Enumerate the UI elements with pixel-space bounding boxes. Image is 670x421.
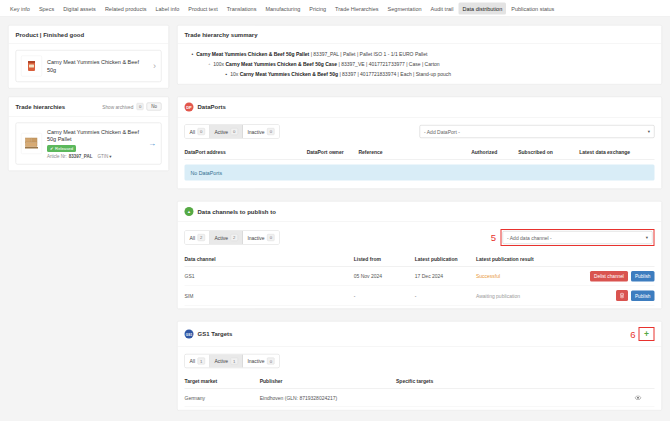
trade-hierarchy-card[interactable]: Carny Meat Yummies Chicken & Beef 50g Pa… bbox=[16, 123, 162, 165]
filter-all-button[interactable]: All 1 bbox=[185, 355, 210, 368]
tab-audit-trail[interactable]: Audit trail bbox=[427, 2, 458, 14]
pallet-image bbox=[21, 133, 42, 154]
filter-label: All bbox=[190, 129, 196, 135]
filter-active-button[interactable]: Active 1 bbox=[210, 355, 243, 368]
dataports-table-header: DataPort address DataPort owner Referenc… bbox=[185, 145, 655, 160]
tab-specs[interactable]: Specs bbox=[35, 2, 58, 14]
trade-hierarchy-summary-panel: Trade hierarchy summary • Carny Meat Yum… bbox=[177, 25, 662, 85]
summary-item-name: Carny Meat Yummies Chicken & Beef 50g bbox=[240, 71, 338, 77]
gs1-targets-panel: GS1 GS1 Targets 6 + All 1 bbox=[177, 321, 662, 411]
tab-manufacturing[interactable]: Manufacturing bbox=[261, 2, 304, 14]
col-header: DataPort owner bbox=[307, 149, 359, 155]
publish-icon: ▲ bbox=[185, 207, 194, 216]
summary-item-meta: | 83397_PAL | Pallet | Pallet ISO 1 - 1/… bbox=[309, 51, 427, 57]
product-panel-header: Product | Finished good bbox=[9, 26, 169, 45]
filter-inactive-button[interactable]: Inactive 0 bbox=[243, 125, 279, 138]
tab-segmentation[interactable]: Segmentation bbox=[384, 2, 426, 14]
col-header: Authorized bbox=[471, 149, 518, 155]
filter-all-button[interactable]: All 2 bbox=[185, 231, 210, 244]
add-data-channel-dropdown[interactable]: - Add data channel - ▾ bbox=[503, 231, 653, 244]
delete-channel-button[interactable] bbox=[616, 290, 628, 301]
tab-digital-assets[interactable]: Digital assets bbox=[59, 2, 100, 14]
delist-channel-button[interactable]: Delist channel bbox=[590, 271, 628, 282]
gs1-targets-title: GS1 Targets bbox=[198, 331, 233, 338]
data-channels-table: Data channel Listed from Latest publicat… bbox=[178, 252, 662, 309]
col-header: Specific targets bbox=[396, 379, 608, 385]
add-target-area: 6 + bbox=[630, 327, 654, 341]
listed-from: 05 Nov 2024 bbox=[354, 274, 415, 280]
filter-active-button[interactable]: Active 0 bbox=[210, 125, 243, 138]
table-row-gs1: GS1 05 Nov 2024 17 Dec 2024 Successful D… bbox=[185, 267, 655, 286]
filter-inactive-button[interactable]: Inactive 0 bbox=[243, 231, 279, 244]
trade-hierarchies-panel: Trade hierarchies Show archived 0 No Car… bbox=[8, 97, 169, 171]
eye-icon bbox=[634, 396, 641, 401]
filter-count-badge: 0 bbox=[198, 128, 205, 135]
caret-down-icon: ▾ bbox=[109, 154, 111, 159]
tab-publication-status[interactable]: Publication status bbox=[507, 2, 558, 14]
dataports-panel: DP DataPorts All 0 Active 0 bbox=[177, 97, 662, 190]
filter-label: All bbox=[190, 358, 196, 364]
summary-item-name: Carny Meat Yummies Chicken & Beef 50g Pa… bbox=[196, 51, 309, 57]
tab-product-text[interactable]: Product text bbox=[184, 2, 221, 14]
trade-card-info: Carny Meat Yummies Chicken & Beef 50g Pa… bbox=[47, 128, 143, 159]
summary-item-meta: | 83397_VE | 4017721733977 | Case | Cart… bbox=[337, 61, 440, 67]
tab-label-info[interactable]: Label info bbox=[151, 2, 183, 14]
chevron-right-icon[interactable]: › bbox=[153, 62, 156, 71]
filter-all-button[interactable]: All 0 bbox=[185, 125, 210, 138]
filter-count-badge: 1 bbox=[231, 358, 238, 365]
data-channels-panel: ▲ Data channels to publish to All 2 Acti… bbox=[177, 201, 662, 309]
summary-item-qty: 100x bbox=[213, 61, 225, 67]
gtin-dropdown[interactable]: GTIN ▾ bbox=[97, 154, 111, 159]
summary-item-meta: | 83397 | 4017721833974 | Each | Stand-u… bbox=[338, 71, 451, 77]
filter-count-badge: 2 bbox=[198, 234, 205, 241]
content-area: Product | Finished good Carny Meat Yummi… bbox=[0, 17, 670, 419]
col-header: Data channel bbox=[185, 257, 354, 263]
col-header: DataPort address bbox=[185, 149, 307, 155]
summary-title: Trade hierarchy summary bbox=[185, 31, 258, 38]
filter-inactive-button[interactable]: Inactive 0 bbox=[243, 355, 279, 368]
publish-button[interactable]: Publish bbox=[631, 271, 655, 282]
publisher: Eindhoven (GLN: 8719328024217) bbox=[260, 395, 396, 401]
channels-filter-group: All 2 Active 2 Inactive 0 bbox=[185, 231, 280, 245]
filter-label: Active bbox=[214, 129, 228, 135]
add-data-channel-label: - Add data channel - bbox=[507, 235, 552, 241]
status-badge: ✔ Released bbox=[47, 145, 76, 152]
add-dataport-dropdown[interactable]: - Add DataPort - ▾ bbox=[420, 125, 655, 138]
bullet-icon: ▪ bbox=[226, 71, 228, 78]
tab-related-products[interactable]: Related products bbox=[101, 2, 151, 14]
trade-hierarchies-body: Carny Meat Yummies Chicken & Beef 50g Pa… bbox=[9, 117, 169, 171]
product-name: Carny Meat Yummies Chicken & Beef 50g bbox=[47, 59, 148, 74]
col-header: Subscribed on bbox=[518, 149, 579, 155]
summary-item-text: 10x Carny Meat Yummies Chicken & Beef 50… bbox=[230, 71, 451, 78]
open-hierarchy-arrow-icon[interactable]: → bbox=[148, 139, 156, 148]
tab-translations[interactable]: Translations bbox=[223, 2, 261, 14]
col-header: Latest publication bbox=[415, 257, 476, 263]
publish-button[interactable]: Publish bbox=[631, 290, 655, 301]
gtin-label: GTIN bbox=[97, 154, 108, 159]
trade-hierarchies-header: Trade hierarchies Show archived 0 No bbox=[9, 97, 169, 117]
show-archived-toggle[interactable]: No bbox=[147, 103, 162, 111]
tab-trade-hierarchies[interactable]: Trade Hierarchies bbox=[331, 2, 383, 14]
filter-count-badge: 0 bbox=[231, 128, 238, 135]
add-gs1-target-button[interactable]: + bbox=[641, 329, 653, 339]
dataports-title: DataPorts bbox=[198, 104, 226, 111]
summary-item-each: ▪ 10x Carny Meat Yummies Chicken & Beef … bbox=[226, 71, 654, 78]
filter-label: Active bbox=[214, 235, 228, 241]
product-panel-body: Carny Meat Yummies Chicken & Beef 50g › bbox=[9, 44, 169, 88]
add-channel-area: 5 - Add data channel - ▾ bbox=[491, 229, 655, 246]
add-dataport-label: - Add DataPort - bbox=[424, 129, 460, 135]
bullet-icon: • bbox=[192, 51, 194, 58]
product-card[interactable]: Carny Meat Yummies Chicken & Beef 50g › bbox=[16, 50, 162, 82]
product-panel-title: Product | Finished good bbox=[16, 31, 85, 38]
view-target-button[interactable] bbox=[607, 396, 654, 401]
tab-key-info[interactable]: Key info bbox=[6, 2, 34, 14]
filter-active-button[interactable]: Active 2 bbox=[210, 231, 243, 244]
summary-item-text: 100x Carny Meat Yummies Chicken & Beef 5… bbox=[213, 61, 439, 68]
col-header: Listed from bbox=[354, 257, 415, 263]
tab-data-distribution[interactable]: Data distribution bbox=[458, 2, 506, 14]
annotation-number-6: 6 bbox=[630, 329, 635, 339]
dataports-header: DP DataPorts bbox=[178, 97, 662, 118]
tab-pricing[interactable]: Pricing bbox=[305, 2, 330, 14]
listed-from: - bbox=[354, 293, 415, 299]
app-window: Key info Specs Digital assets Related pr… bbox=[0, 0, 670, 421]
